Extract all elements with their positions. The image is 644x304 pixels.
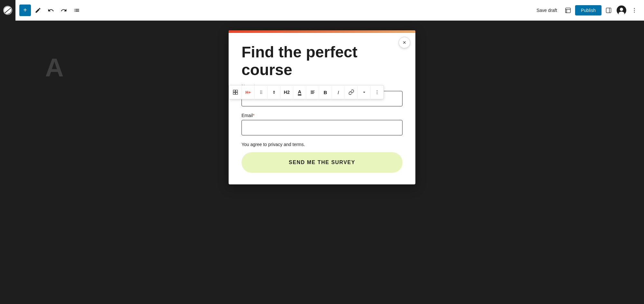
svg-point-10 [634, 12, 635, 13]
block-tool-bold-button[interactable]: B [319, 85, 332, 99]
top-toolbar: + Save draft Publish [0, 0, 644, 21]
block-tool-italic-button[interactable]: I [332, 85, 345, 99]
undo-icon [48, 7, 54, 14]
sidebar-toggle-icon [605, 7, 612, 14]
block-tool-move-button[interactable] [268, 85, 280, 99]
svg-rect-13 [233, 93, 235, 94]
block-tool-align-button[interactable] [306, 85, 319, 99]
redo-icon [61, 7, 67, 14]
svg-point-6 [620, 8, 623, 11]
svg-point-15 [260, 91, 261, 91]
svg-point-20 [261, 93, 262, 94]
svg-point-19 [260, 93, 261, 94]
edit-icon [35, 7, 41, 14]
chevron-down-icon [362, 90, 367, 95]
block-tool-text-color-button[interactable]: A [293, 85, 306, 99]
undo-button[interactable] [45, 5, 57, 16]
add-block-button[interactable]: + [19, 5, 31, 16]
submit-survey-button[interactable]: SEND ME THE SURVEY [242, 152, 402, 173]
preview-icon [565, 7, 571, 14]
redo-button[interactable] [58, 5, 70, 16]
publish-button[interactable]: Publish [575, 5, 601, 15]
block-tool-drag-button[interactable] [255, 85, 268, 99]
svg-rect-3 [606, 8, 611, 13]
wp-logo [0, 0, 15, 21]
kebab-icon [374, 90, 380, 95]
svg-rect-11 [233, 90, 235, 92]
svg-point-17 [260, 92, 261, 93]
svg-point-7 [619, 12, 624, 15]
modal-top-bar [229, 30, 415, 33]
svg-point-22 [377, 92, 377, 93]
block-tool-more-options-button[interactable] [358, 85, 371, 99]
email-label: Email* [242, 113, 402, 118]
drag-icon [259, 90, 264, 95]
modal-content: Find the perfect course Name* Email* [229, 33, 415, 184]
background-text: A [45, 53, 64, 83]
svg-rect-14 [235, 93, 237, 94]
modal-popup: × H+ H2 A B [229, 30, 415, 184]
user-avatar-button[interactable] [616, 5, 627, 16]
list-view-icon [73, 7, 80, 14]
block-tool-heading-button[interactable]: H+ [242, 85, 255, 99]
preview-button[interactable] [562, 5, 574, 16]
save-draft-button[interactable]: Save draft [533, 5, 561, 15]
svg-point-21 [377, 90, 377, 91]
group-icon [232, 89, 238, 95]
chevron-up-down-icon [271, 90, 277, 95]
wordpress-logo-icon [3, 6, 12, 15]
modal-title: Find the perfect course [242, 43, 402, 79]
align-icon [310, 90, 315, 95]
svg-point-9 [634, 10, 635, 11]
link-icon [348, 89, 354, 95]
list-view-button[interactable] [71, 5, 82, 16]
modal-close-button[interactable]: × [399, 37, 410, 48]
svg-point-18 [261, 92, 262, 93]
options-button[interactable] [629, 5, 640, 16]
svg-point-23 [377, 93, 377, 94]
svg-point-16 [261, 91, 262, 91]
edit-button[interactable] [32, 5, 44, 16]
svg-point-8 [634, 8, 635, 9]
privacy-text: You agree to privacy and terms. [242, 142, 402, 147]
email-input[interactable] [242, 120, 402, 135]
block-toolbar: H+ H2 A B I [229, 85, 384, 99]
block-tool-link-button[interactable] [345, 85, 358, 99]
block-tool-h2-button[interactable]: H2 [280, 85, 293, 99]
editor-area: A × H+ H2 A [0, 21, 644, 304]
block-tool-kebab-button[interactable] [371, 85, 384, 99]
svg-rect-12 [235, 90, 237, 92]
email-field-group: Email* [242, 113, 402, 135]
user-avatar-icon [616, 5, 627, 15]
options-icon [631, 7, 638, 14]
sidebar-toggle-button[interactable] [603, 5, 614, 16]
block-tool-group-button[interactable] [229, 85, 242, 99]
